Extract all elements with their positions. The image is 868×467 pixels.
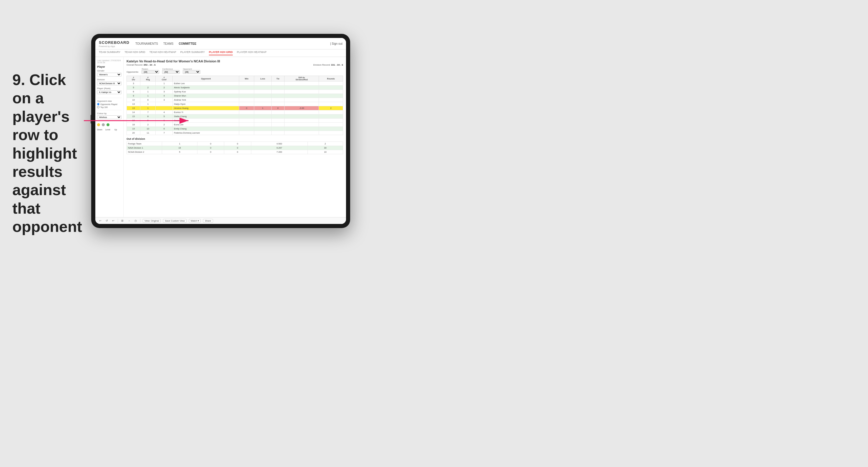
legend-row (97, 123, 122, 126)
cell-diff (284, 127, 319, 131)
cell-name: Esther Lee (173, 82, 239, 86)
sidebar-gender-select[interactable]: Women's (97, 73, 122, 76)
cell-rounds: 10 (308, 150, 343, 154)
table-row[interactable]: 5 2 2 Alexis Sudjianto (127, 86, 343, 90)
th-conf: #Conf (156, 76, 173, 82)
table-row[interactable]: 13 1 Haeju Hyun (127, 102, 343, 106)
cell-rounds (319, 82, 343, 86)
save-custom-btn[interactable]: Save Custom View (163, 219, 186, 223)
sidebar-colour-by-select[interactable]: Win/loss (97, 115, 122, 119)
cell-loss (254, 98, 271, 102)
cell-diff (284, 90, 319, 94)
cell-conf: 5 (156, 115, 173, 119)
sidebar-player-title: Player (97, 65, 122, 68)
table-row[interactable]: 19 10 6 Emily Chang (127, 127, 343, 131)
table-row[interactable]: 10 6 3 Andrea York (127, 98, 343, 102)
cell-name: Haeju Hyun (173, 102, 239, 106)
table-row[interactable]: 15 8 5 Stella Chang (127, 115, 343, 119)
th-reg: #Reg (141, 76, 156, 82)
conference-label: Conference (162, 68, 180, 70)
cell-conf: 4 (156, 111, 173, 115)
cell-name: Eunice Yi (173, 111, 239, 115)
cell-win (239, 127, 254, 131)
conference-select[interactable]: (All) (162, 70, 180, 74)
cell-rounds (319, 111, 343, 115)
sign-out[interactable]: | Sign out (330, 42, 342, 45)
table-row[interactable]: 6 1 3 Sydney Kuo (127, 90, 343, 94)
annotation-text: 9. Click on a player's row to highlight … (12, 71, 89, 236)
subnav-player-h2h-heatmap[interactable]: PLAYER H2H HEATMAP (237, 51, 267, 55)
grid-area: Katelyn Vo Head-to-Head Grid for Women's… (124, 57, 346, 217)
share-btn[interactable]: Share (203, 219, 213, 223)
opponent-select[interactable]: (All) (183, 70, 200, 74)
cell-win (239, 115, 254, 119)
subnav-team-summary[interactable]: TEAM SUMMARY (99, 51, 120, 55)
cell-rounds (319, 115, 343, 119)
out-of-div-row[interactable]: NAIA Division 1 15 0 0 9.267 30 (127, 146, 343, 150)
subnav-team-h2h-heatmap[interactable]: TEAM H2H HEATMAP (150, 51, 176, 55)
view-original-btn[interactable]: View: Original (143, 219, 161, 223)
cell-loss (254, 94, 271, 98)
cell-win (239, 119, 254, 123)
out-of-div-row[interactable]: NCAA Division 2 5 0 0 7.400 10 (127, 150, 343, 154)
sidebar-opponent-view-label: Opponent view (97, 100, 122, 102)
nav-tournaments[interactable]: TOURNAMENTS (135, 42, 158, 45)
cell-conf: 1 (156, 119, 173, 123)
watch-btn[interactable]: Watch ▾ (189, 219, 201, 223)
table-row[interactable]: 18 2 2 Euna Lee (127, 123, 343, 127)
toolbar-undo[interactable]: ↩ (98, 219, 102, 222)
cell-diff (284, 115, 319, 119)
table-row[interactable]: 20 11 7 Federica Domecq Lacroze (127, 131, 343, 135)
cell-tie (271, 98, 284, 102)
region-select[interactable]: (All) (142, 70, 159, 74)
table-row[interactable]: 9 1 4 Sharon Mun (127, 94, 343, 98)
sidebar-division-select[interactable]: NCAA Division III (97, 82, 122, 85)
table-row[interactable]: 16 9 1 Jessica Mason (127, 119, 343, 123)
cell-loss (254, 119, 271, 123)
nav-committee[interactable]: COMMITTEE (179, 42, 196, 45)
cell-win (239, 123, 254, 127)
cell-name: Stella Chang (173, 115, 239, 119)
nav-teams[interactable]: TEAMS (163, 42, 173, 45)
toolbar-back[interactable]: ↩ (111, 219, 115, 222)
toolbar-grid[interactable]: ⊞ (120, 219, 124, 222)
table-row[interactable]: 14 7 4 Eunice Yi (127, 111, 343, 115)
cell-loss (254, 115, 271, 119)
cell-loss (254, 90, 271, 94)
tablet-side-button (91, 115, 92, 124)
sidebar-colour-by-label: Colour by (97, 112, 122, 115)
toolbar-clock[interactable]: ◷ (133, 219, 138, 222)
table-row-highlighted[interactable]: 13 1 Jessica Huang 0 1 0 -3.00 2 (127, 106, 343, 111)
opponent-label: Opponent (183, 68, 200, 70)
cell-rounds (319, 127, 343, 131)
subnav-team-h2h-grid[interactable]: TEAM H2H GRID (124, 51, 145, 55)
cell-conf: 2 (156, 86, 173, 90)
toolbar-redo[interactable]: ↺ (105, 219, 109, 222)
radio-top100[interactable]: Top 100 (97, 106, 122, 108)
out-of-div-row[interactable]: Foreign Team 1 0 0 4.500 2 (127, 142, 343, 146)
cell-reg: 6 (141, 98, 156, 102)
subnav-player-summary[interactable]: PLAYER SUMMARY (180, 51, 205, 55)
table-row[interactable]: 3 1 Esther Lee (127, 82, 343, 86)
th-opponent: Opponent (173, 76, 239, 82)
sidebar-player-rank-select[interactable]: 8. Katelyn Vo (97, 90, 122, 94)
radio-top100-input[interactable] (97, 106, 99, 108)
toolbar-arrow[interactable]: → (127, 219, 131, 222)
radio-opponents-played-input[interactable] (97, 103, 99, 105)
region-filter: Region (All) (142, 68, 159, 74)
cell-win: 5 (162, 150, 197, 154)
cell-loss (254, 127, 271, 131)
logo-area: SCOREBOARD Powered by clippi TOURNAMENTS… (99, 40, 196, 48)
radio-opponents-played[interactable]: Opponents Played (97, 103, 122, 105)
logo-sub: Powered by clippi (99, 45, 129, 48)
cell-div: 6 (127, 90, 141, 94)
record-row: Overall Record: 353 - 34 - 6 Division Re… (126, 64, 343, 66)
cell-conf (156, 102, 173, 106)
subnav-player-h2h-grid[interactable]: PLAYER H2H GRID (209, 51, 233, 55)
cell-conf: 2 (156, 123, 173, 127)
cell-reg: 7 (141, 111, 156, 115)
legend-labels-row: Down Level Up (97, 129, 122, 131)
cell-name: Sydney Kuo (173, 90, 239, 94)
top-nav: SCOREBOARD Powered by clippi TOURNAMENTS… (95, 38, 346, 50)
cell-reg: 1 (141, 106, 156, 111)
